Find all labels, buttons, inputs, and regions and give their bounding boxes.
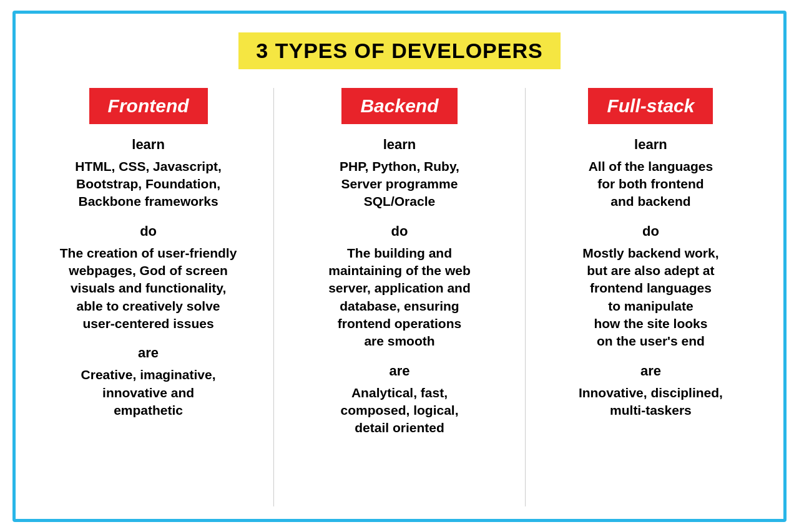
backend-header-text: Backend	[360, 95, 438, 116]
divider-1	[273, 88, 274, 506]
frontend-column: Frontend learn HTML, CSS, Javascript,Boo…	[33, 88, 263, 506]
backend-are-label: are	[389, 363, 409, 379]
backend-header-box: Backend	[341, 88, 457, 124]
fullstack-header-box: Full-stack	[588, 88, 713, 124]
backend-are-content: Analytical, fast,composed, logical,detai…	[340, 384, 458, 437]
frontend-header-box: Frontend	[89, 88, 208, 124]
fullstack-are-content: Innovative, disciplined,multi-taskers	[579, 384, 723, 420]
frontend-learn-content: HTML, CSS, Javascript,Bootstrap, Foundat…	[75, 158, 222, 211]
fullstack-column: Full-stack learn All of the languagesfor…	[536, 88, 766, 506]
fullstack-learn-content: All of the languagesfor both frontendand…	[589, 158, 713, 211]
backend-column: Backend learn PHP, Python, Ruby,Server p…	[285, 88, 515, 506]
frontend-do-label: do	[140, 223, 157, 239]
backend-learn-content: PHP, Python, Ruby,Server programmeSQL/Or…	[340, 158, 459, 211]
fullstack-do-content: Mostly backend work,but are also adept a…	[582, 244, 718, 351]
backend-learn-label: learn	[383, 137, 416, 153]
backend-do-content: The building andmaintaining of the webse…	[328, 244, 471, 351]
frontend-learn-label: learn	[132, 137, 165, 153]
fullstack-do-label: do	[642, 223, 659, 239]
divider-2	[525, 88, 526, 506]
frontend-are-content: Creative, imaginative,innovative andempa…	[81, 366, 216, 419]
fullstack-header-text: Full-stack	[607, 95, 694, 116]
backend-do-label: do	[391, 223, 408, 239]
title-box: 3 TYPES OF DEVELOPERS	[238, 32, 560, 69]
frontend-are-label: are	[138, 345, 159, 361]
fullstack-learn-label: learn	[634, 137, 667, 153]
frontend-do-content: The creation of user-friendlywebpages, G…	[60, 244, 237, 333]
columns-container: Frontend learn HTML, CSS, Javascript,Boo…	[28, 88, 771, 506]
fullstack-are-label: are	[640, 363, 661, 379]
main-container: 3 TYPES OF DEVELOPERS Frontend learn HTM…	[12, 11, 787, 522]
page-title: 3 TYPES OF DEVELOPERS	[256, 39, 542, 62]
frontend-header-text: Frontend	[108, 95, 189, 116]
